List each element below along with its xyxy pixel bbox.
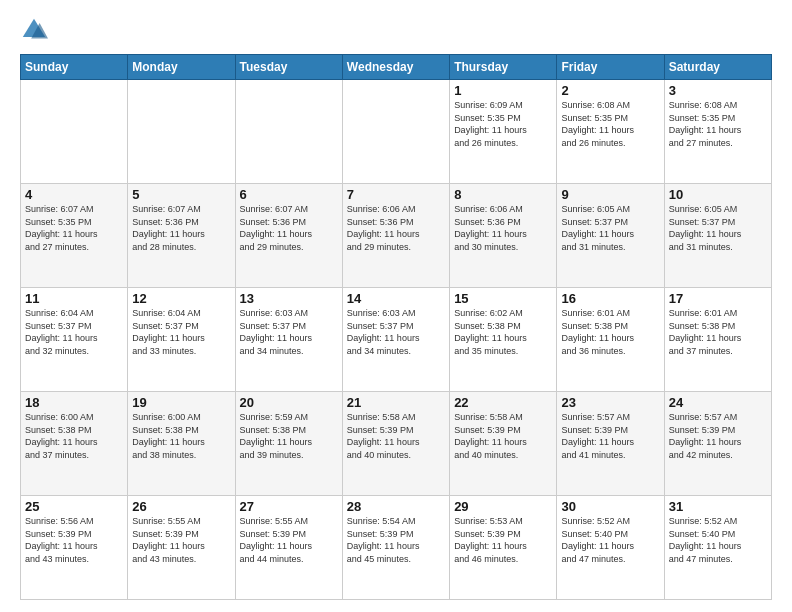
calendar-cell: 16Sunrise: 6:01 AM Sunset: 5:38 PM Dayli… xyxy=(557,288,664,392)
calendar-week-1: 1Sunrise: 6:09 AM Sunset: 5:35 PM Daylig… xyxy=(21,80,772,184)
calendar-cell: 30Sunrise: 5:52 AM Sunset: 5:40 PM Dayli… xyxy=(557,496,664,600)
day-number: 5 xyxy=(132,187,230,202)
calendar-cell: 4Sunrise: 6:07 AM Sunset: 5:35 PM Daylig… xyxy=(21,184,128,288)
calendar-header-row: SundayMondayTuesdayWednesdayThursdayFrid… xyxy=(21,55,772,80)
day-number: 25 xyxy=(25,499,123,514)
day-info: Sunrise: 5:56 AM Sunset: 5:39 PM Dayligh… xyxy=(25,515,123,565)
day-info: Sunrise: 6:03 AM Sunset: 5:37 PM Dayligh… xyxy=(347,307,445,357)
day-info: Sunrise: 5:53 AM Sunset: 5:39 PM Dayligh… xyxy=(454,515,552,565)
calendar-header-sunday: Sunday xyxy=(21,55,128,80)
calendar-cell: 15Sunrise: 6:02 AM Sunset: 5:38 PM Dayli… xyxy=(450,288,557,392)
day-number: 30 xyxy=(561,499,659,514)
calendar-header-tuesday: Tuesday xyxy=(235,55,342,80)
calendar-cell: 2Sunrise: 6:08 AM Sunset: 5:35 PM Daylig… xyxy=(557,80,664,184)
day-info: Sunrise: 5:54 AM Sunset: 5:39 PM Dayligh… xyxy=(347,515,445,565)
day-number: 14 xyxy=(347,291,445,306)
calendar-table: SundayMondayTuesdayWednesdayThursdayFrid… xyxy=(20,54,772,600)
day-info: Sunrise: 6:04 AM Sunset: 5:37 PM Dayligh… xyxy=(132,307,230,357)
calendar-cell: 17Sunrise: 6:01 AM Sunset: 5:38 PM Dayli… xyxy=(664,288,771,392)
day-number: 20 xyxy=(240,395,338,410)
calendar-cell: 10Sunrise: 6:05 AM Sunset: 5:37 PM Dayli… xyxy=(664,184,771,288)
calendar-header-friday: Friday xyxy=(557,55,664,80)
day-number: 10 xyxy=(669,187,767,202)
day-info: Sunrise: 5:57 AM Sunset: 5:39 PM Dayligh… xyxy=(669,411,767,461)
calendar-week-5: 25Sunrise: 5:56 AM Sunset: 5:39 PM Dayli… xyxy=(21,496,772,600)
calendar-cell: 8Sunrise: 6:06 AM Sunset: 5:36 PM Daylig… xyxy=(450,184,557,288)
calendar-cell: 23Sunrise: 5:57 AM Sunset: 5:39 PM Dayli… xyxy=(557,392,664,496)
day-number: 8 xyxy=(454,187,552,202)
day-number: 18 xyxy=(25,395,123,410)
day-info: Sunrise: 6:03 AM Sunset: 5:37 PM Dayligh… xyxy=(240,307,338,357)
day-info: Sunrise: 5:58 AM Sunset: 5:39 PM Dayligh… xyxy=(347,411,445,461)
day-info: Sunrise: 6:01 AM Sunset: 5:38 PM Dayligh… xyxy=(669,307,767,357)
calendar-cell: 19Sunrise: 6:00 AM Sunset: 5:38 PM Dayli… xyxy=(128,392,235,496)
day-number: 6 xyxy=(240,187,338,202)
day-info: Sunrise: 5:52 AM Sunset: 5:40 PM Dayligh… xyxy=(561,515,659,565)
calendar-cell: 9Sunrise: 6:05 AM Sunset: 5:37 PM Daylig… xyxy=(557,184,664,288)
day-info: Sunrise: 6:06 AM Sunset: 5:36 PM Dayligh… xyxy=(347,203,445,253)
calendar-header-wednesday: Wednesday xyxy=(342,55,449,80)
day-number: 3 xyxy=(669,83,767,98)
day-info: Sunrise: 6:09 AM Sunset: 5:35 PM Dayligh… xyxy=(454,99,552,149)
day-number: 24 xyxy=(669,395,767,410)
calendar-cell: 6Sunrise: 6:07 AM Sunset: 5:36 PM Daylig… xyxy=(235,184,342,288)
day-info: Sunrise: 6:07 AM Sunset: 5:36 PM Dayligh… xyxy=(132,203,230,253)
calendar-cell: 25Sunrise: 5:56 AM Sunset: 5:39 PM Dayli… xyxy=(21,496,128,600)
calendar-cell xyxy=(342,80,449,184)
day-number: 27 xyxy=(240,499,338,514)
calendar-cell: 21Sunrise: 5:58 AM Sunset: 5:39 PM Dayli… xyxy=(342,392,449,496)
calendar-week-3: 11Sunrise: 6:04 AM Sunset: 5:37 PM Dayli… xyxy=(21,288,772,392)
day-number: 13 xyxy=(240,291,338,306)
calendar-cell: 12Sunrise: 6:04 AM Sunset: 5:37 PM Dayli… xyxy=(128,288,235,392)
calendar-cell xyxy=(21,80,128,184)
day-info: Sunrise: 6:06 AM Sunset: 5:36 PM Dayligh… xyxy=(454,203,552,253)
day-number: 1 xyxy=(454,83,552,98)
calendar-cell: 22Sunrise: 5:58 AM Sunset: 5:39 PM Dayli… xyxy=(450,392,557,496)
day-info: Sunrise: 6:01 AM Sunset: 5:38 PM Dayligh… xyxy=(561,307,659,357)
calendar-cell: 28Sunrise: 5:54 AM Sunset: 5:39 PM Dayli… xyxy=(342,496,449,600)
day-number: 2 xyxy=(561,83,659,98)
day-info: Sunrise: 6:05 AM Sunset: 5:37 PM Dayligh… xyxy=(669,203,767,253)
calendar-cell: 20Sunrise: 5:59 AM Sunset: 5:38 PM Dayli… xyxy=(235,392,342,496)
logo-icon xyxy=(20,16,48,44)
calendar-header-monday: Monday xyxy=(128,55,235,80)
day-info: Sunrise: 6:05 AM Sunset: 5:37 PM Dayligh… xyxy=(561,203,659,253)
calendar-cell: 14Sunrise: 6:03 AM Sunset: 5:37 PM Dayli… xyxy=(342,288,449,392)
day-number: 12 xyxy=(132,291,230,306)
day-number: 26 xyxy=(132,499,230,514)
calendar-cell: 11Sunrise: 6:04 AM Sunset: 5:37 PM Dayli… xyxy=(21,288,128,392)
calendar-cell: 31Sunrise: 5:52 AM Sunset: 5:40 PM Dayli… xyxy=(664,496,771,600)
page: SundayMondayTuesdayWednesdayThursdayFrid… xyxy=(0,0,792,612)
day-number: 21 xyxy=(347,395,445,410)
day-number: 15 xyxy=(454,291,552,306)
day-info: Sunrise: 6:00 AM Sunset: 5:38 PM Dayligh… xyxy=(25,411,123,461)
day-number: 11 xyxy=(25,291,123,306)
day-info: Sunrise: 6:08 AM Sunset: 5:35 PM Dayligh… xyxy=(561,99,659,149)
calendar-header-thursday: Thursday xyxy=(450,55,557,80)
day-info: Sunrise: 6:02 AM Sunset: 5:38 PM Dayligh… xyxy=(454,307,552,357)
calendar-cell: 13Sunrise: 6:03 AM Sunset: 5:37 PM Dayli… xyxy=(235,288,342,392)
calendar-cell: 3Sunrise: 6:08 AM Sunset: 5:35 PM Daylig… xyxy=(664,80,771,184)
calendar-cell: 26Sunrise: 5:55 AM Sunset: 5:39 PM Dayli… xyxy=(128,496,235,600)
calendar-cell xyxy=(235,80,342,184)
day-info: Sunrise: 5:55 AM Sunset: 5:39 PM Dayligh… xyxy=(240,515,338,565)
day-number: 19 xyxy=(132,395,230,410)
calendar-cell: 7Sunrise: 6:06 AM Sunset: 5:36 PM Daylig… xyxy=(342,184,449,288)
calendar-cell: 5Sunrise: 6:07 AM Sunset: 5:36 PM Daylig… xyxy=(128,184,235,288)
calendar-cell: 27Sunrise: 5:55 AM Sunset: 5:39 PM Dayli… xyxy=(235,496,342,600)
day-number: 7 xyxy=(347,187,445,202)
calendar-week-4: 18Sunrise: 6:00 AM Sunset: 5:38 PM Dayli… xyxy=(21,392,772,496)
day-info: Sunrise: 5:58 AM Sunset: 5:39 PM Dayligh… xyxy=(454,411,552,461)
day-number: 22 xyxy=(454,395,552,410)
day-info: Sunrise: 6:00 AM Sunset: 5:38 PM Dayligh… xyxy=(132,411,230,461)
day-number: 9 xyxy=(561,187,659,202)
day-info: Sunrise: 5:59 AM Sunset: 5:38 PM Dayligh… xyxy=(240,411,338,461)
header xyxy=(20,16,772,44)
day-number: 16 xyxy=(561,291,659,306)
day-info: Sunrise: 6:07 AM Sunset: 5:36 PM Dayligh… xyxy=(240,203,338,253)
day-info: Sunrise: 5:52 AM Sunset: 5:40 PM Dayligh… xyxy=(669,515,767,565)
calendar-cell: 1Sunrise: 6:09 AM Sunset: 5:35 PM Daylig… xyxy=(450,80,557,184)
calendar-cell: 29Sunrise: 5:53 AM Sunset: 5:39 PM Dayli… xyxy=(450,496,557,600)
logo xyxy=(20,16,52,44)
calendar-cell: 24Sunrise: 5:57 AM Sunset: 5:39 PM Dayli… xyxy=(664,392,771,496)
